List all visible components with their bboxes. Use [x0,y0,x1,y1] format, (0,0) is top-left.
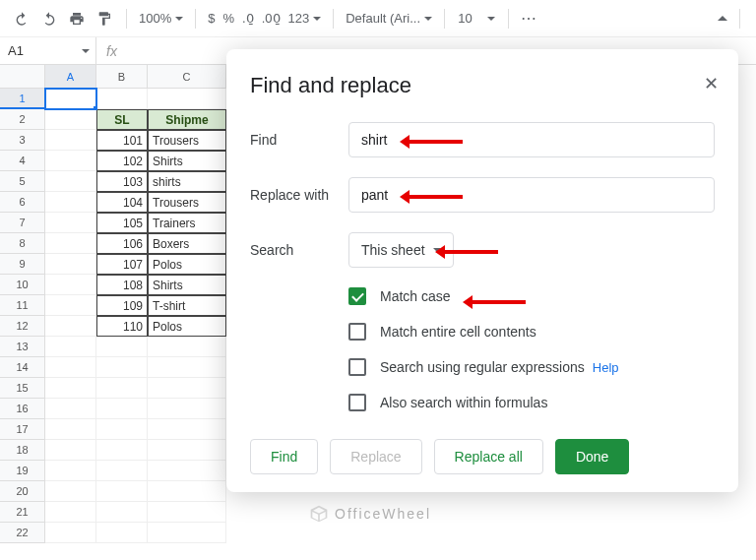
cell[interactable]: 105 [96,213,148,233]
number-format-dropdown[interactable]: 123 [288,11,322,26]
cell[interactable]: 101 [96,130,148,151]
cell[interactable]: Shirts [148,275,226,295]
done-button[interactable]: Done [555,439,629,474]
zoom-dropdown[interactable]: 100% [139,11,183,26]
formulas-checkbox[interactable] [348,394,366,411]
cell[interactable] [96,89,148,109]
row-header[interactable]: 7 [0,213,45,233]
cell[interactable] [148,337,226,357]
entire-cell-checkbox[interactable] [348,323,366,341]
cell[interactable] [45,399,96,419]
cell[interactable] [45,523,96,543]
row-header[interactable]: 8 [0,233,45,254]
cell[interactable]: 108 [96,275,148,295]
increase-decimal[interactable]: .00̱ [262,11,281,26]
row-header[interactable]: 9 [0,254,45,275]
cell[interactable] [45,213,96,233]
cell[interactable] [148,89,226,109]
cell[interactable] [96,502,148,523]
collapse-toolbar-icon[interactable] [718,16,727,21]
percent-format[interactable]: % [222,11,234,26]
cell[interactable] [45,151,96,171]
regex-checkbox[interactable] [348,358,366,376]
cell[interactable] [45,378,96,399]
cell[interactable] [148,419,226,440]
replace-all-button[interactable]: Replace all [434,439,543,474]
cell[interactable]: Shipme [148,109,226,130]
cell[interactable] [45,502,96,523]
cell[interactable] [148,481,226,502]
row-header[interactable]: 6 [0,192,45,213]
cell[interactable] [45,130,96,151]
cell[interactable] [45,295,96,316]
name-box[interactable]: A1 [0,37,96,64]
row-header[interactable]: 3 [0,130,45,151]
row-header[interactable]: 19 [0,461,45,481]
cell[interactable] [148,378,226,399]
cell[interactable]: 110 [96,316,148,337]
row-header[interactable]: 18 [0,440,45,461]
row-header[interactable]: 2 [0,109,45,130]
cell[interactable]: SL [96,109,148,130]
col-header[interactable]: A [45,65,96,89]
cell[interactable] [45,254,96,275]
cell[interactable] [96,523,148,543]
cell[interactable]: Trainers [148,213,226,233]
row-header[interactable]: 14 [0,357,45,378]
cell[interactable] [45,481,96,502]
cell[interactable] [45,89,96,109]
decrease-decimal[interactable]: .0̱ [242,11,254,26]
cell[interactable] [45,461,96,481]
cell[interactable] [148,399,226,419]
cell[interactable] [96,419,148,440]
row-header[interactable]: 15 [0,378,45,399]
cell[interactable] [148,523,226,543]
row-header[interactable]: 16 [0,399,45,419]
col-header[interactable]: B [96,65,148,89]
font-size-dropdown[interactable]: 10 [457,11,496,26]
paint-format-icon[interactable] [94,9,114,29]
cell[interactable] [45,109,96,130]
cell[interactable]: Polos [148,254,226,275]
font-dropdown[interactable]: Default (Ari... [346,11,432,26]
cell[interactable]: 104 [96,192,148,213]
cell[interactable]: 106 [96,233,148,254]
cell[interactable]: Trousers [148,130,226,151]
cell[interactable]: 103 [96,171,148,192]
close-icon[interactable]: ✕ [704,73,719,94]
print-icon[interactable] [67,9,87,29]
cell[interactable]: Boxers [148,233,226,254]
row-header[interactable]: 21 [0,502,45,523]
cell[interactable]: 109 [96,295,148,316]
cell[interactable]: Shirts [148,151,226,171]
cell[interactable] [96,481,148,502]
cell[interactable] [45,337,96,357]
cell[interactable]: T-shirt [148,295,226,316]
cell[interactable] [45,440,96,461]
redo-icon[interactable] [39,9,59,29]
col-header[interactable]: C [148,65,226,89]
row-header[interactable]: 22 [0,523,45,543]
cell[interactable]: 102 [96,151,148,171]
cell[interactable]: 107 [96,254,148,275]
more-toolbar-icon[interactable]: ⋯ [521,9,538,28]
row-header[interactable]: 4 [0,151,45,171]
row-header[interactable]: 10 [0,275,45,295]
find-button[interactable]: Find [250,439,318,474]
cell[interactable] [45,419,96,440]
row-header[interactable]: 1 [0,89,45,109]
cell[interactable] [148,502,226,523]
cell[interactable] [45,275,96,295]
match-case-checkbox[interactable] [348,287,366,305]
cell[interactable] [148,440,226,461]
replace-button[interactable]: Replace [330,439,421,474]
cell[interactable] [96,378,148,399]
cell[interactable] [96,399,148,419]
cell[interactable]: shirts [148,171,226,192]
row-header[interactable]: 5 [0,171,45,192]
cell[interactable] [45,192,96,213]
row-header[interactable]: 11 [0,295,45,316]
cell[interactable]: Polos [148,316,226,337]
cell[interactable] [96,461,148,481]
row-header[interactable]: 17 [0,419,45,440]
